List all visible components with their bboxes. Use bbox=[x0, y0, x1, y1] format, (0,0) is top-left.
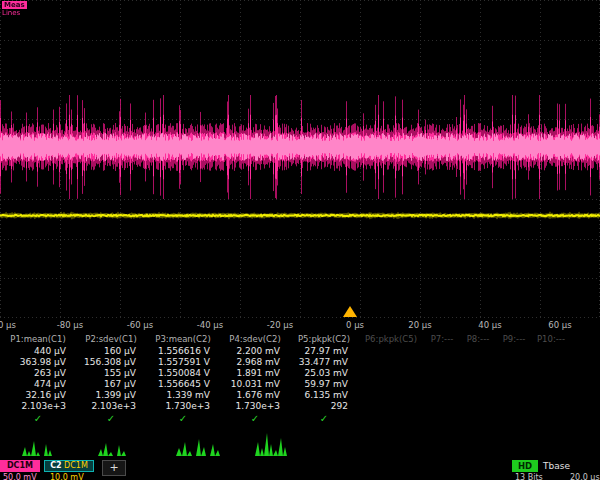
measurement-status-icon: ✓ bbox=[0, 412, 76, 425]
measurement-value: 474 µV bbox=[0, 379, 76, 390]
channel-c1-descriptor[interactable]: DC1M bbox=[0, 460, 40, 472]
measurement-value: 2.103e+3 bbox=[76, 401, 146, 412]
measurement-value: 167 µV bbox=[76, 379, 146, 390]
measurement-value: 1.556645 V bbox=[146, 379, 220, 390]
hd-mode-badge[interactable]: HD bbox=[512, 460, 538, 472]
measurement-header-p5[interactable]: P5:pkpk(C2) bbox=[290, 333, 358, 346]
measurement-value: 32.16 µV bbox=[0, 390, 76, 401]
time-axis-label: 40 µs bbox=[478, 320, 501, 330]
measurement-value: 59.97 mV bbox=[290, 379, 358, 390]
time-axis-label: 20 µs bbox=[408, 320, 431, 330]
measurement-value: 1.730e+3 bbox=[146, 401, 220, 412]
time-axis-label: -20 µs bbox=[267, 320, 293, 330]
measurement-header-p2[interactable]: P2:sdev(C1) bbox=[76, 333, 146, 346]
measurement-value: 1.399 µV bbox=[76, 390, 146, 401]
top-left-overlay: Meas Lines bbox=[2, 1, 27, 17]
measurement-value: 440 µV bbox=[0, 346, 76, 357]
channel-c2-coupling: DC1M bbox=[64, 461, 88, 470]
measurement-column-p8: P8:--- bbox=[460, 333, 496, 425]
measurement-column-p7: P7:--- bbox=[424, 333, 460, 425]
measurement-header-p1[interactable]: P1:mean(C1) bbox=[0, 333, 76, 346]
measurement-header-p7[interactable]: P7:--- bbox=[424, 333, 460, 346]
measurement-status-icon: ✓ bbox=[76, 412, 146, 425]
measurement-header-p8[interactable]: P8:--- bbox=[460, 333, 496, 346]
time-axis-label: -100 µs bbox=[0, 320, 16, 330]
waveform-grid[interactable] bbox=[0, 0, 600, 318]
measurement-value: 1.730e+3 bbox=[220, 401, 290, 412]
measurement-value: 263 µV bbox=[0, 368, 76, 379]
channel-c2-scale: 10.0 mV bbox=[50, 473, 84, 480]
measurement-value: 363.98 µV bbox=[0, 357, 76, 368]
time-axis-label: 0 µs bbox=[346, 320, 364, 330]
overlay-sublabel: Lines bbox=[2, 9, 27, 17]
timebase-scale: 20.0 µs bbox=[570, 473, 600, 480]
measurement-column-p5: P5:pkpk(C2) 27.97 mV 33.477 mV 25.03 mV … bbox=[290, 333, 358, 425]
measurement-status-icon: ✓ bbox=[220, 412, 290, 425]
measurement-column-p9: P9:--- bbox=[496, 333, 532, 425]
measurement-column-p6: P6:pkpk(C5) bbox=[358, 333, 424, 425]
measurement-value: 25.03 mV bbox=[290, 368, 358, 379]
measurement-value: 2.103e+3 bbox=[0, 401, 76, 412]
histicon-row bbox=[0, 428, 600, 458]
measurement-value: 1.891 mV bbox=[220, 368, 290, 379]
measurement-value: 1.339 mV bbox=[146, 390, 220, 401]
measurement-value: 33.477 mV bbox=[290, 357, 358, 368]
measurement-column-p3: P3:mean(C2) 1.556616 V 1.557591 V 1.5500… bbox=[146, 333, 220, 425]
measurement-value: 6.135 mV bbox=[290, 390, 358, 401]
time-axis: -100 µs -80 µs -60 µs -40 µs -20 µs 0 µs… bbox=[0, 318, 600, 333]
histogram-icon[interactable] bbox=[98, 432, 138, 456]
channel-c1-coupling: DC1M bbox=[7, 461, 33, 470]
time-axis-label: -80 µs bbox=[57, 320, 83, 330]
add-trace-button[interactable]: + bbox=[102, 460, 126, 476]
histogram-icon[interactable] bbox=[176, 432, 228, 456]
measurement-value: 156.308 µV bbox=[76, 357, 146, 368]
time-axis-label: 60 µs bbox=[548, 320, 571, 330]
measurement-value: 1.676 mV bbox=[220, 390, 290, 401]
measurement-value: 27.97 mV bbox=[290, 346, 358, 357]
channel-c1-scale: 50.0 mV bbox=[3, 473, 37, 480]
measurement-header-p10[interactable]: P10:--- bbox=[532, 333, 570, 346]
measurement-header-p4[interactable]: P4:sdev(C2) bbox=[220, 333, 290, 346]
measurement-value: 155 µV bbox=[76, 368, 146, 379]
measurement-value: 10.031 mV bbox=[220, 379, 290, 390]
histogram-icon[interactable] bbox=[22, 432, 62, 456]
measurement-header-p3[interactable]: P3:mean(C2) bbox=[146, 333, 220, 346]
histogram-icon[interactable] bbox=[255, 430, 301, 456]
measurement-status-icon: ✓ bbox=[146, 412, 220, 425]
overlay-label: Meas bbox=[2, 1, 27, 9]
measurement-header-p9[interactable]: P9:--- bbox=[496, 333, 532, 346]
measurement-header-p6[interactable]: P6:pkpk(C5) bbox=[358, 333, 424, 346]
channel-c2-descriptor[interactable]: C2 DC1M bbox=[44, 460, 94, 472]
measurement-status-icon: ✓ bbox=[290, 412, 358, 425]
measurement-value: 2.200 mV bbox=[220, 346, 290, 357]
measurement-value: 160 µV bbox=[76, 346, 146, 357]
measurement-column-p1: P1:mean(C1) 440 µV 363.98 µV 263 µV 474 … bbox=[0, 333, 76, 425]
timebase-descriptor[interactable]: Tbase bbox=[543, 461, 570, 471]
time-axis-label: -40 µs bbox=[197, 320, 223, 330]
measurement-value: 1.556616 V bbox=[146, 346, 220, 357]
time-axis-label: -60 µs bbox=[127, 320, 153, 330]
bottom-bar: DC1M 50.0 mV C2 DC1M 10.0 mV + HD Tbase … bbox=[0, 458, 600, 480]
measurement-column-p4: P4:sdev(C2) 2.200 mV 2.968 mV 1.891 mV 1… bbox=[220, 333, 290, 425]
measurement-table: P1:mean(C1) 440 µV 363.98 µV 263 µV 474 … bbox=[0, 333, 600, 425]
measurement-value: 292 bbox=[290, 401, 358, 412]
channel-c2-label: C2 bbox=[50, 461, 61, 470]
measurement-value: 1.557591 V bbox=[146, 357, 220, 368]
measurement-column-p2: P2:sdev(C1) 160 µV 156.308 µV 155 µV 167… bbox=[76, 333, 146, 425]
measurement-value: 1.550084 V bbox=[146, 368, 220, 379]
measurement-value: 2.968 mV bbox=[220, 357, 290, 368]
timebase-bits: 13 Bits bbox=[515, 473, 543, 480]
measurement-column-p10: P10:--- bbox=[532, 333, 570, 425]
